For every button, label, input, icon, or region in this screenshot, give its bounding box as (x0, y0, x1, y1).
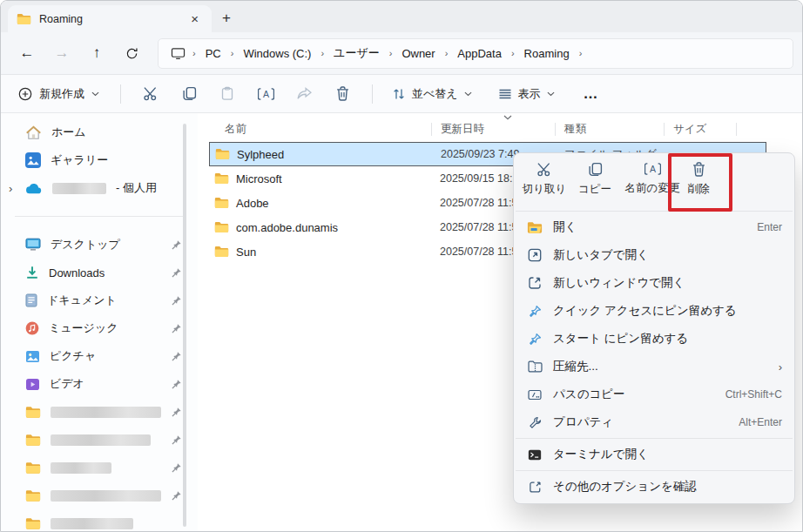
tab-roaming[interactable]: Roaming × (8, 5, 212, 32)
menu-shortcut: Enter (757, 221, 782, 233)
menu-item-show-more-options[interactable]: その他のオプションを確認 (518, 473, 790, 501)
pin-icon[interactable] (171, 267, 182, 279)
pin-icon[interactable] (171, 462, 182, 474)
folder-icon (215, 148, 230, 160)
sidebar-scrollbar[interactable] (183, 124, 186, 527)
menu-item-copy-path[interactable]: パスのコピー Ctrl+Shift+C (518, 380, 790, 408)
pin-icon[interactable] (171, 295, 182, 306)
this-pc-icon[interactable] (165, 47, 191, 60)
menu-divider (516, 470, 793, 471)
menu-item-open-new-tab[interactable]: 新しいタブで開く (518, 241, 790, 269)
wrench-icon (526, 416, 543, 429)
sidebar-item-label: ギャラリー (51, 152, 108, 168)
pin-icon[interactable] (171, 434, 182, 446)
pin-icon[interactable] (171, 379, 182, 390)
sidebar-item-pictures[interactable]: ピクチャ (1, 342, 198, 370)
new-item-button[interactable]: 新規作成 (8, 79, 110, 109)
expand-chevron-icon[interactable]: › (9, 182, 12, 195)
cut-menu-button[interactable]: 切り取り (519, 162, 570, 197)
sidebar-item-label: ビデオ (50, 376, 84, 392)
menu-item-label: 新しいウィンドウで開く (553, 275, 685, 291)
menu-item-open[interactable]: 開く Enter (518, 213, 790, 241)
breadcrumb-separator: › (388, 48, 394, 58)
copy-menu-button[interactable]: コピー (575, 162, 615, 197)
menu-item-compress[interactable]: 圧縮先... › (518, 353, 790, 380)
sidebar-item-documents[interactable]: ドキュメント (1, 286, 198, 314)
chevron-down-icon (547, 91, 555, 97)
quick-actions-row: 切り取り コピー A 名前の変更 削除 (514, 157, 794, 209)
menu-item-open-new-window[interactable]: 新しいウィンドウで開く (518, 269, 790, 297)
videos-icon (25, 378, 40, 391)
breadcrumb-item-roaming[interactable]: Roaming (516, 47, 577, 60)
breadcrumb-separator: › (230, 48, 235, 58)
chevron-down-icon (464, 91, 472, 97)
sidebar-item-redacted[interactable] (1, 398, 198, 426)
sidebar-item-redacted[interactable] (1, 426, 198, 454)
pin-icon[interactable] (171, 490, 182, 502)
breadcrumb-item-users[interactable]: ユーザー (326, 45, 388, 61)
chevron-down-icon (91, 91, 99, 97)
column-header-date[interactable]: 更新日時 (431, 123, 555, 136)
breadcrumb-separator: › (320, 48, 325, 58)
sidebar-item-onedrive[interactable]: › - 個人用 (1, 174, 198, 202)
file-name: Sylpheed (237, 148, 284, 161)
sidebar-item-music[interactable]: ミュージック (1, 314, 198, 342)
sidebar-item-redacted[interactable] (1, 481, 198, 509)
column-header-name[interactable]: 名前 (209, 123, 431, 136)
back-button[interactable]: ← (10, 39, 44, 67)
terminal-icon (526, 449, 543, 461)
sidebar-item-desktop[interactable]: デスクトップ (1, 231, 198, 259)
sidebar-item-label: ホーム (51, 125, 86, 140)
column-header-size[interactable]: サイズ (664, 123, 736, 136)
paste-button[interactable] (208, 79, 246, 109)
rename-button[interactable]: A (246, 79, 285, 109)
sort-button[interactable]: 並べ替え (383, 79, 481, 109)
breadcrumb-item-windows-c[interactable]: Windows (C:) (235, 47, 319, 60)
sidebar-item-redacted[interactable] (1, 509, 198, 532)
menu-item-properties[interactable]: プロパティ Alt+Enter (518, 408, 790, 436)
breadcrumb-item-owner[interactable]: Owner (394, 47, 442, 60)
folder-icon (25, 461, 41, 475)
refresh-button[interactable] (114, 39, 149, 67)
forward-button[interactable]: → (44, 39, 79, 67)
copy-button[interactable] (170, 79, 208, 109)
folder-icon (25, 517, 41, 530)
sidebar-item-redacted[interactable] (1, 454, 198, 481)
more-options-button[interactable]: … (572, 79, 611, 109)
pictures-icon (25, 350, 40, 363)
folder-icon (214, 197, 229, 209)
pin-icon[interactable] (171, 239, 182, 251)
sidebar-item-videos[interactable]: ビデオ (1, 370, 198, 398)
view-button[interactable]: 表示 (489, 79, 563, 109)
menu-item-label: 開く (553, 219, 577, 235)
menu-item-open-terminal[interactable]: ターミナルで開く (518, 441, 790, 468)
pin-icon[interactable] (171, 351, 182, 362)
redacted-text (51, 434, 151, 446)
sidebar-item-home[interactable]: ホーム (1, 118, 198, 146)
menu-item-label: ターミナルで開く (553, 447, 649, 462)
breadcrumb-item-pc[interactable]: PC (198, 47, 229, 60)
sidebar-item-downloads[interactable]: Downloads (1, 259, 198, 286)
sidebar-item-label: ピクチャ (50, 348, 96, 364)
share-button[interactable] (285, 79, 323, 109)
new-tab-button[interactable]: + (212, 10, 241, 32)
pin-icon[interactable] (171, 407, 182, 418)
up-button[interactable]: ↑ (79, 39, 114, 67)
sidebar-item-label: ドキュメント (47, 293, 117, 308)
menu-item-pin-start[interactable]: スタート にピン留めする (518, 325, 790, 353)
pin-icon[interactable] (171, 323, 182, 334)
delete-button[interactable] (323, 79, 361, 109)
close-tab-icon[interactable]: × (186, 11, 203, 26)
breadcrumb-item-appdata[interactable]: AppData (449, 47, 509, 60)
svg-text:A: A (262, 88, 269, 98)
sidebar-item-gallery[interactable]: ギャラリー (1, 146, 198, 174)
column-header-spacer (736, 123, 766, 136)
menu-item-label: スタート にピン留めする (553, 331, 688, 347)
column-header-type[interactable]: 種類 (555, 123, 664, 136)
menu-item-pin-quick-access[interactable]: クイック アクセスにピン留めする (518, 297, 790, 325)
folder-icon (17, 13, 31, 25)
cut-button[interactable] (132, 79, 170, 109)
zip-folder-icon (526, 360, 543, 373)
address-bar: ← → ↑ › PC › Windows (C:) › ユーザー › Owner… (1, 32, 802, 75)
copy-path-icon (526, 389, 543, 401)
